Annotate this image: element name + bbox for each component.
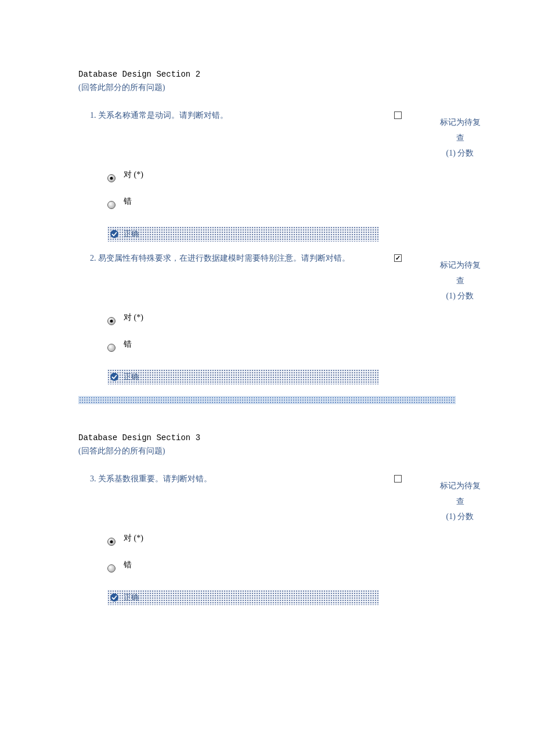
option-row[interactable]: 错 [107, 343, 386, 353]
option-label: 错 [124, 560, 132, 570]
question-meta: 标记为待复 查 (1) 分数 [409, 475, 511, 605]
points-label: (1) 分数 [409, 146, 511, 161]
result-row: 正确 [107, 590, 379, 605]
section-title: Database Design Section 3 [78, 433, 534, 442]
option-label: 错 [124, 196, 132, 207]
points-label: (1) 分数 [409, 289, 511, 304]
review-label: 查 [409, 273, 511, 289]
question-body: 关系名称通常是动词。请判断对错。 [98, 111, 228, 120]
question: 1. 关系名称通常是动词。请判断对错。 对 (*) 错 [90, 110, 534, 242]
checkmark-icon [110, 593, 119, 602]
review-label: 标记为待复 [409, 478, 511, 494]
checkmark-icon [110, 229, 119, 239]
radio-selected-icon[interactable] [107, 538, 116, 546]
svg-point-0 [110, 230, 118, 238]
option-row[interactable]: 对 (*) [107, 537, 386, 547]
option-row[interactable]: 错 [107, 200, 386, 210]
option-label: 错 [124, 339, 132, 350]
option-label: 对 (*) [124, 533, 143, 543]
points-label: (1) 分数 [409, 509, 511, 525]
section-title: Database Design Section 2 [78, 70, 534, 79]
result-row: 正确 [107, 226, 379, 242]
svg-point-2 [110, 593, 118, 602]
question: 3. 关系基数很重要。请判断对错。 对 (*) 错 [90, 474, 534, 605]
radio-selected-icon[interactable] [107, 317, 116, 325]
question-text: 3. 关系基数很重要。请判断对错。 [90, 474, 386, 484]
question-text: 2. 易变属性有特殊要求，在进行数据建模时需要特别注意。请判断对错。 [90, 253, 386, 264]
question-body: 关系基数很重要。请判断对错。 [98, 474, 212, 483]
review-checkbox[interactable] [394, 254, 402, 262]
option-label: 对 (*) [124, 170, 143, 180]
radio-selected-icon[interactable] [107, 174, 116, 182]
question-number: 2. [90, 254, 96, 262]
option-row[interactable]: 对 (*) [107, 316, 386, 326]
result-text: 正确 [124, 229, 139, 239]
question-number: 3. [90, 474, 96, 483]
result-text: 正确 [124, 592, 139, 603]
checkmark-icon [110, 372, 119, 381]
question-meta: 标记为待复 查 (1) 分数 [409, 254, 511, 384]
review-label: 标记为待复 [409, 258, 511, 273]
section-subtitle: (回答此部分的所有问题) [78, 82, 534, 93]
section-subtitle: (回答此部分的所有问题) [78, 446, 534, 456]
result-row: 正确 [107, 369, 379, 384]
question-body: 易变属性有特殊要求，在进行数据建模时需要特别注意。请判断对错。 [98, 254, 350, 262]
question-meta: 标记为待复 查 (1) 分数 [409, 111, 511, 242]
review-label: 查 [409, 494, 511, 510]
svg-point-1 [110, 373, 118, 381]
question-text: 1. 关系名称通常是动词。请判断对错。 [90, 110, 386, 121]
radio-icon[interactable] [107, 564, 116, 573]
radio-icon[interactable] [107, 201, 116, 209]
review-checkbox[interactable] [394, 111, 402, 119]
section-divider [78, 396, 456, 404]
review-label: 标记为待复 [409, 115, 511, 131]
question: 2. 易变属性有特殊要求，在进行数据建模时需要特别注意。请判断对错。 对 (*)… [90, 253, 534, 384]
result-text: 正确 [124, 372, 139, 382]
review-label: 查 [409, 131, 511, 146]
option-label: 对 (*) [124, 312, 143, 323]
radio-icon[interactable] [107, 344, 116, 352]
question-number: 1. [90, 111, 96, 120]
option-row[interactable]: 错 [107, 563, 386, 574]
review-checkbox[interactable] [394, 475, 402, 483]
option-row[interactable]: 对 (*) [107, 173, 386, 183]
